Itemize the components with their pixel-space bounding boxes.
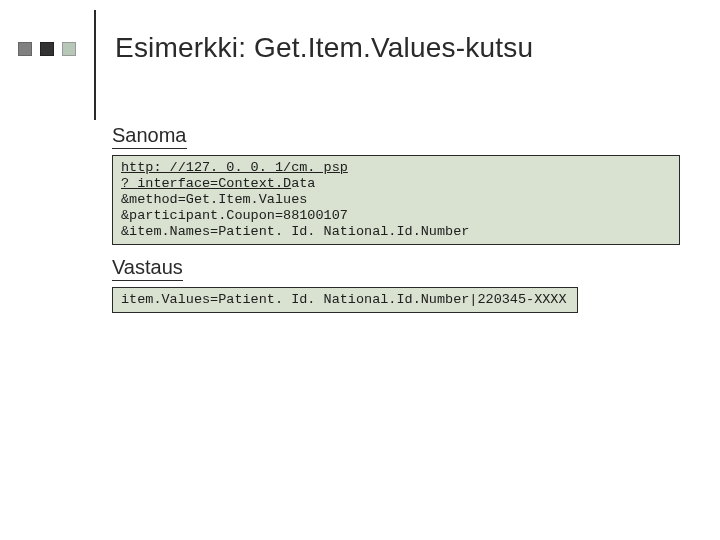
request-line-4: &participant.Coupon=88100107 <box>121 208 348 223</box>
square-icon <box>18 42 32 56</box>
response-section: Vastaus item.Values=Patient. Id. Nationa… <box>112 256 680 313</box>
vertical-divider <box>94 10 96 120</box>
request-line-2a: ? interface=Context.D <box>121 176 291 191</box>
response-line-1: item.Values=Patient. Id. National.Id.Num… <box>121 292 567 307</box>
request-code-box: http: //127. 0. 0. 1/cm. psp ? interface… <box>112 155 680 245</box>
request-line-1: http: //127. 0. 0. 1/cm. psp <box>121 160 348 175</box>
request-line-2b: ata <box>291 176 315 191</box>
square-icon <box>40 42 54 56</box>
slide: Esimerkki: Get.Item.Values-kutsu Sanoma … <box>0 0 720 540</box>
response-heading: Vastaus <box>112 256 183 281</box>
request-section: Sanoma http: //127. 0. 0. 1/cm. psp ? in… <box>112 124 680 245</box>
response-code-box: item.Values=Patient. Id. National.Id.Num… <box>112 287 578 313</box>
request-heading: Sanoma <box>112 124 187 149</box>
request-line-5: &item.Names=Patient. Id. National.Id.Num… <box>121 224 469 239</box>
slide-title: Esimerkki: Get.Item.Values-kutsu <box>115 32 533 64</box>
square-icon <box>62 42 76 56</box>
decorative-dots <box>18 42 76 56</box>
request-line-3: &method=Get.Item.Values <box>121 192 307 207</box>
